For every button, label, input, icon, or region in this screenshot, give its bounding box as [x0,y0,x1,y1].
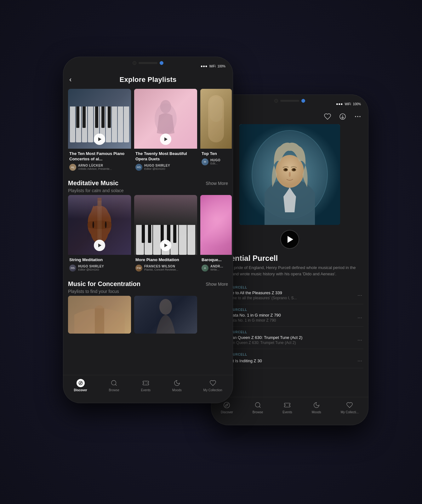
meditation-card-3[interactable]: Baroque... A ANDR... Write... [200,195,232,273]
nav-label-collection: My Collection [203,388,222,392]
track-composer-1: HENRY PURCELL [217,286,362,289]
nav-discover[interactable]: Discover [74,379,87,392]
favorite-button[interactable] [323,112,332,121]
section2-show-more[interactable]: Show More [206,280,228,287]
search-icon [111,380,117,387]
nav-events[interactable]: Events [141,379,151,392]
back-button[interactable]: ‹ [69,76,71,84]
track-composer-3: HENRY PURCELL [217,330,362,334]
section2-header: Music for Concentration Playlists to fin… [63,273,233,296]
cathedral-svg [68,296,131,334]
track-item-4[interactable]: HENRY PURCELL My Heart Is Inditing Z 30 … [216,349,363,368]
card-image-violin [68,195,131,255]
section1-show-more[interactable]: Show More [206,180,228,186]
more-options-button[interactable] [353,112,362,121]
svg-point-18 [360,116,360,117]
track-item-2[interactable]: HENRY PURCELL Trio Sonata No. 1 in G min… [216,304,363,327]
meditation-card-1[interactable]: String Meditation HS HUGO SHIRLEY Editor… [68,195,131,273]
left-notch [132,61,164,65]
heart-action-icon [324,113,331,120]
ticket-icon [142,380,149,387]
med-card-title-3: Baroque... [202,257,231,263]
section1-subtitle: Playlists for calm and solace [68,188,206,193]
meditation-card-2[interactable]: More Piano Meditation FW FRANCES WILSON … [134,195,197,273]
conc-card-2[interactable] [134,296,197,334]
featured-card-3[interactable]: Top Ten H HUGO Edit... [200,89,232,172]
author-role-1: Artistic Advisor, Presente... [78,167,112,170]
card-image-concert [68,296,131,334]
play-icon-2 [164,137,168,141]
track-item-1[interactable]: HENRY PURCELL Welcome to All the Pleasur… [216,282,363,304]
med-card-author-1: HS HUGO SHIRLEY Editor @IDAGIO [69,265,130,272]
right-notch [273,99,306,103]
author-role-2: Editor @IDAGIO [144,167,170,170]
main-play-icon [288,236,293,243]
nav-browse[interactable]: Browse [109,379,119,392]
svg-point-5 [105,221,106,228]
right-nav-events[interactable]: Events [282,401,292,414]
section2-title: Music for Concentration [68,280,206,288]
featured-card-1[interactable]: The Ten Most Famous Piano Concertos of a… [68,89,131,172]
right-nav-collection[interactable]: My Collecti... [341,401,359,414]
author-avatar-1: AL [69,164,76,171]
purcell-portrait [239,124,340,225]
right-nav-moods[interactable]: Moods [312,401,321,414]
card-author-2: HS HUGO SHIRLEY Editor @IDAGIO [135,164,196,171]
section1-header: Meditative Music Playlists for calm and … [63,172,233,195]
svg-point-17 [357,116,358,117]
right-nav-label-events: Events [282,410,292,414]
author-role-3: Edit... [210,162,220,165]
svg-point-14 [111,381,116,385]
med-card-author-2: FW FRANCES WILSON Pianist, Concert Revie… [135,265,196,272]
svg-point-25 [285,169,287,170]
track-more-3[interactable]: ··· [357,337,362,343]
card-title-2: The Twenty Most Beautiful Opera Duets [135,151,196,162]
right-nav-label-moods: Moods [312,410,321,414]
svg-marker-13 [80,382,81,384]
conc-card-1[interactable] [68,296,131,334]
right-header [211,110,368,124]
section1-title: Meditative Music [68,180,206,187]
author-name-2: HUGO SHIRLEY [144,164,170,167]
track-more-1[interactable]: ··· [357,292,362,299]
moods-icon [173,379,181,387]
med-author-name-1: HUGO SHIRLEY [78,265,104,268]
meditative-row: String Meditation HS HUGO SHIRLEY Editor… [63,195,233,273]
download-button[interactable] [338,112,347,121]
card-image-musician [134,296,197,334]
featured-row: The Ten Most Famous Piano Concertos of a… [63,89,233,172]
nav-moods[interactable]: Moods [172,379,182,392]
play-button-med2[interactable] [160,240,171,251]
play-icon [98,137,101,141]
album-art [239,124,340,225]
right-collection-icon [345,401,354,409]
discover-icon [77,379,85,387]
track-more-2[interactable]: ··· [357,314,362,321]
svg-point-16 [355,116,356,117]
med-author-avatar-3: A [202,265,208,272]
play-icon-med1 [98,243,101,247]
topten-svg [200,89,232,149]
track-more-4[interactable]: ··· [357,358,362,364]
author-name-1: ARNO LÜCKER [78,164,112,167]
concentration-row [63,296,233,334]
play-button-2[interactable] [160,134,171,145]
right-nav-browse[interactable]: Browse [253,401,263,414]
play-icon-med2 [164,243,168,247]
nav-label-browse: Browse [109,388,119,392]
play-button-med1[interactable] [94,240,105,251]
heart-icon [209,380,216,387]
left-phone: ●●● WiFi 100% ‹ Explore Playlists [63,57,233,403]
main-play-button[interactable] [280,230,299,249]
musician-svg [134,296,197,334]
play-button-1[interactable] [94,134,105,145]
nav-collection[interactable]: My Collection [203,379,222,392]
author-avatar-2: HS [135,164,142,171]
card-image-baroque [200,195,232,255]
page-title: Explore Playlists [119,76,176,84]
featured-card-2[interactable]: The Twenty Most Beautiful Opera Duets HS… [134,89,197,172]
track-item-3[interactable]: HENRY PURCELL The Indian Queen Z 630: Tr… [216,327,363,349]
track-composer-4: HENRY PURCELL [217,353,362,356]
svg-point-26 [293,169,295,170]
svg-rect-10 [95,308,104,334]
